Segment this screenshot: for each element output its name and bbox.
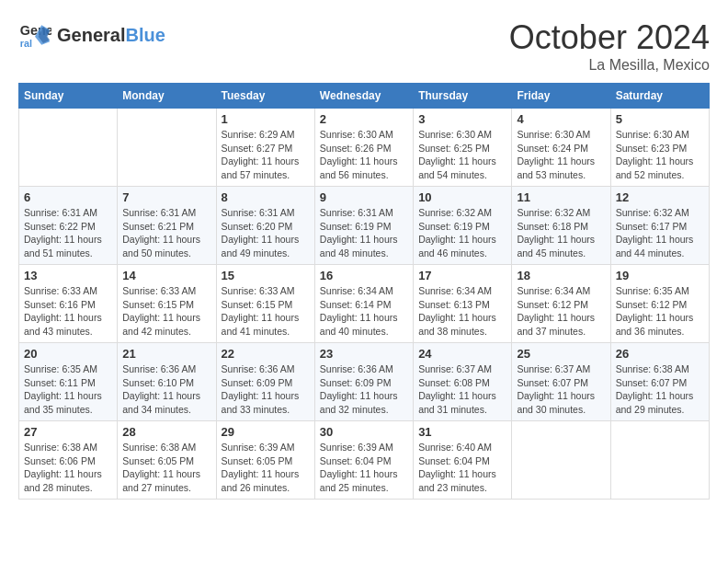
day-number: 22 xyxy=(222,347,310,361)
day-number: 6 xyxy=(24,190,112,204)
day-number: 16 xyxy=(320,269,408,282)
day-content: Sunrise: 6:31 AM Sunset: 6:19 PM Dayligh… xyxy=(320,206,408,260)
day-number: 11 xyxy=(517,190,605,204)
logo-text-blue: Blue xyxy=(125,25,165,46)
day-number: 28 xyxy=(122,425,210,439)
day-number: 31 xyxy=(418,425,506,439)
day-number: 7 xyxy=(122,190,210,204)
header-row: SundayMondayTuesdayWednesdayThursdayFrid… xyxy=(19,84,710,109)
calendar-cell: 22Sunrise: 6:36 AM Sunset: 6:09 PM Dayli… xyxy=(216,343,314,421)
day-number: 26 xyxy=(616,347,704,361)
location-subtitle: La Mesilla, Mexico xyxy=(509,57,710,74)
day-content: Sunrise: 6:31 AM Sunset: 6:21 PM Dayligh… xyxy=(122,206,210,260)
day-content: Sunrise: 6:38 AM Sunset: 6:05 PM Dayligh… xyxy=(122,441,210,495)
day-content: Sunrise: 6:33 AM Sunset: 6:15 PM Dayligh… xyxy=(222,284,310,339)
day-number: 21 xyxy=(122,347,210,361)
calendar-cell: 31Sunrise: 6:40 AM Sunset: 6:04 PM Dayli… xyxy=(414,421,512,500)
day-content: Sunrise: 6:35 AM Sunset: 6:11 PM Dayligh… xyxy=(24,362,112,417)
title-area: October 2024 La Mesilla, Mexico xyxy=(509,18,710,74)
day-number: 1 xyxy=(222,112,310,126)
calendar-cell: 1Sunrise: 6:29 AM Sunset: 6:27 PM Daylig… xyxy=(216,109,314,187)
calendar-cell xyxy=(512,421,610,500)
day-content: Sunrise: 6:35 AM Sunset: 6:12 PM Dayligh… xyxy=(616,284,704,339)
day-number: 30 xyxy=(320,425,408,439)
calendar-cell: 25Sunrise: 6:37 AM Sunset: 6:07 PM Dayli… xyxy=(512,343,610,421)
day-content: Sunrise: 6:34 AM Sunset: 6:13 PM Dayligh… xyxy=(418,284,506,339)
calendar-cell: 6Sunrise: 6:31 AM Sunset: 6:22 PM Daylig… xyxy=(19,187,118,265)
calendar-body: 1Sunrise: 6:29 AM Sunset: 6:27 PM Daylig… xyxy=(19,109,710,500)
day-number: 13 xyxy=(24,269,112,282)
day-number: 24 xyxy=(418,347,506,361)
day-content: Sunrise: 6:38 AM Sunset: 6:07 PM Dayligh… xyxy=(616,362,704,417)
calendar-cell: 27Sunrise: 6:38 AM Sunset: 6:06 PM Dayli… xyxy=(19,421,118,500)
day-content: Sunrise: 6:39 AM Sunset: 6:04 PM Dayligh… xyxy=(320,441,408,495)
calendar-cell xyxy=(610,421,709,500)
day-number: 27 xyxy=(24,425,112,439)
header-cell-thursday: Thursday xyxy=(414,84,512,109)
day-content: Sunrise: 6:31 AM Sunset: 6:22 PM Dayligh… xyxy=(24,206,112,260)
week-row-5: 27Sunrise: 6:38 AM Sunset: 6:06 PM Dayli… xyxy=(19,421,710,500)
header-cell-friday: Friday xyxy=(512,84,610,109)
week-row-4: 20Sunrise: 6:35 AM Sunset: 6:11 PM Dayli… xyxy=(19,343,710,421)
day-content: Sunrise: 6:33 AM Sunset: 6:16 PM Dayligh… xyxy=(24,284,112,339)
calendar-cell: 23Sunrise: 6:36 AM Sunset: 6:09 PM Dayli… xyxy=(314,343,413,421)
day-content: Sunrise: 6:30 AM Sunset: 6:24 PM Dayligh… xyxy=(517,128,605,182)
calendar-cell: 14Sunrise: 6:33 AM Sunset: 6:15 PM Dayli… xyxy=(118,265,216,343)
month-title: October 2024 xyxy=(509,18,710,57)
calendar-cell: 30Sunrise: 6:39 AM Sunset: 6:04 PM Dayli… xyxy=(314,421,413,500)
svg-text:ral: ral xyxy=(20,38,32,49)
week-row-1: 1Sunrise: 6:29 AM Sunset: 6:27 PM Daylig… xyxy=(19,109,710,187)
day-number: 17 xyxy=(418,269,506,282)
day-number: 18 xyxy=(517,269,605,282)
calendar-cell: 26Sunrise: 6:38 AM Sunset: 6:07 PM Dayli… xyxy=(610,343,709,421)
day-number: 19 xyxy=(616,269,704,282)
day-number: 5 xyxy=(616,112,704,126)
day-number: 25 xyxy=(517,347,605,361)
day-content: Sunrise: 6:37 AM Sunset: 6:07 PM Dayligh… xyxy=(517,362,605,417)
calendar-header: SundayMondayTuesdayWednesdayThursdayFrid… xyxy=(19,84,710,109)
calendar-cell: 13Sunrise: 6:33 AM Sunset: 6:16 PM Dayli… xyxy=(19,265,118,343)
day-content: Sunrise: 6:36 AM Sunset: 6:10 PM Dayligh… xyxy=(122,362,210,417)
calendar-cell xyxy=(19,109,118,187)
calendar-cell: 28Sunrise: 6:38 AM Sunset: 6:05 PM Dayli… xyxy=(118,421,216,500)
day-content: Sunrise: 6:32 AM Sunset: 6:19 PM Dayligh… xyxy=(418,206,506,260)
calendar-cell: 4Sunrise: 6:30 AM Sunset: 6:24 PM Daylig… xyxy=(512,109,610,187)
calendar-cell: 5Sunrise: 6:30 AM Sunset: 6:23 PM Daylig… xyxy=(610,109,709,187)
day-content: Sunrise: 6:39 AM Sunset: 6:05 PM Dayligh… xyxy=(222,441,310,495)
day-content: Sunrise: 6:30 AM Sunset: 6:23 PM Dayligh… xyxy=(616,128,704,182)
calendar-cell: 7Sunrise: 6:31 AM Sunset: 6:21 PM Daylig… xyxy=(118,187,216,265)
day-number: 3 xyxy=(418,112,506,126)
header-cell-wednesday: Wednesday xyxy=(314,84,413,109)
calendar-cell: 11Sunrise: 6:32 AM Sunset: 6:18 PM Dayli… xyxy=(512,187,610,265)
day-content: Sunrise: 6:36 AM Sunset: 6:09 PM Dayligh… xyxy=(320,362,408,417)
calendar-cell: 3Sunrise: 6:30 AM Sunset: 6:25 PM Daylig… xyxy=(414,109,512,187)
calendar-cell: 21Sunrise: 6:36 AM Sunset: 6:10 PM Dayli… xyxy=(118,343,216,421)
day-number: 12 xyxy=(616,190,704,204)
header-cell-tuesday: Tuesday xyxy=(216,84,314,109)
day-number: 8 xyxy=(222,190,310,204)
calendar-cell: 8Sunrise: 6:31 AM Sunset: 6:20 PM Daylig… xyxy=(216,187,314,265)
calendar-cell: 20Sunrise: 6:35 AM Sunset: 6:11 PM Dayli… xyxy=(19,343,118,421)
week-row-2: 6Sunrise: 6:31 AM Sunset: 6:22 PM Daylig… xyxy=(19,187,710,265)
logo: Gene ral General Blue xyxy=(18,18,165,52)
day-number: 10 xyxy=(418,190,506,204)
calendar-cell: 24Sunrise: 6:37 AM Sunset: 6:08 PM Dayli… xyxy=(414,343,512,421)
day-content: Sunrise: 6:40 AM Sunset: 6:04 PM Dayligh… xyxy=(418,441,506,495)
header-cell-sunday: Sunday xyxy=(19,84,118,109)
day-content: Sunrise: 6:36 AM Sunset: 6:09 PM Dayligh… xyxy=(222,362,310,417)
day-number: 9 xyxy=(320,190,408,204)
day-content: Sunrise: 6:32 AM Sunset: 6:18 PM Dayligh… xyxy=(517,206,605,260)
day-number: 4 xyxy=(517,112,605,126)
header-cell-saturday: Saturday xyxy=(610,84,709,109)
day-content: Sunrise: 6:37 AM Sunset: 6:08 PM Dayligh… xyxy=(418,362,506,417)
calendar-cell: 12Sunrise: 6:32 AM Sunset: 6:17 PM Dayli… xyxy=(610,187,709,265)
day-number: 15 xyxy=(222,269,310,282)
calendar-cell: 9Sunrise: 6:31 AM Sunset: 6:19 PM Daylig… xyxy=(314,187,413,265)
calendar-cell xyxy=(118,109,216,187)
calendar-cell: 10Sunrise: 6:32 AM Sunset: 6:19 PM Dayli… xyxy=(414,187,512,265)
day-number: 2 xyxy=(320,112,408,126)
calendar-cell: 19Sunrise: 6:35 AM Sunset: 6:12 PM Dayli… xyxy=(610,265,709,343)
day-number: 14 xyxy=(122,269,210,282)
day-content: Sunrise: 6:29 AM Sunset: 6:27 PM Dayligh… xyxy=(222,128,310,182)
day-content: Sunrise: 6:38 AM Sunset: 6:06 PM Dayligh… xyxy=(24,441,112,495)
